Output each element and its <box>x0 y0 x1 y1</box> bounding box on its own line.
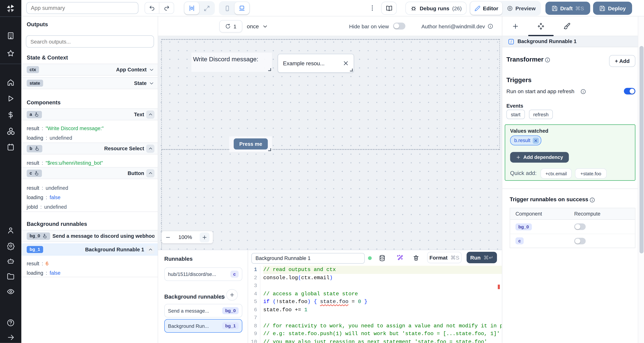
run-on-start-toggle[interactable] <box>624 88 635 94</box>
runnable-item-hub[interactable]: hub/1511/discord/se... c <box>164 268 242 281</box>
chevron-down-icon[interactable] <box>149 80 154 86</box>
output-row-b[interactable]: b Resource Select <box>21 142 158 154</box>
add-transformer-button[interactable]: + Add <box>609 55 635 67</box>
cache-db-icon[interactable] <box>379 254 386 262</box>
chevron-down-icon[interactable] <box>149 67 154 72</box>
deploy-button[interactable]: Deploy <box>593 2 632 15</box>
a-result-value: "Write Discord message:" <box>46 126 104 132</box>
collapse-c-button[interactable] <box>146 169 154 177</box>
redo-button[interactable] <box>159 2 174 14</box>
tab-editor[interactable]: Editor <box>470 2 502 15</box>
c-jobid-value: undefined <box>44 204 67 210</box>
refresh-count-button[interactable]: 1 <box>219 20 242 32</box>
quick-ctx-label: +ctx.email <box>546 171 567 176</box>
event-chip-start[interactable]: start <box>506 110 525 119</box>
event-chip-refresh[interactable]: refresh <box>529 110 553 119</box>
recompute-toggle-c[interactable] <box>574 238 586 244</box>
recompute-toggle-bg0[interactable] <box>574 224 586 230</box>
c-type-label: Button <box>128 170 144 176</box>
resources-hub-icon[interactable] <box>0 127 21 136</box>
zoom-out-icon[interactable] <box>165 234 171 240</box>
workspace-icon[interactable] <box>0 32 21 40</box>
variables-dollar-icon[interactable] <box>0 111 21 119</box>
add-bg-runnable-button[interactable] <box>226 289 238 301</box>
code-editor[interactable]: 12345678910 // read outputs and ctxconso… <box>248 266 502 343</box>
ai-wand-icon[interactable] <box>396 254 404 262</box>
quick-state-label: +state.foo <box>580 171 601 176</box>
info-icon[interactable] <box>488 24 493 29</box>
code-lines[interactable]: // read outputs and ctxconsole.log(ctx.e… <box>260 266 502 343</box>
debug-runs-button[interactable]: Debug runs (26) <box>405 2 466 15</box>
app-canvas[interactable]: Write Discord message: Example resou... … <box>158 36 502 250</box>
app-summary-input[interactable] <box>26 2 138 14</box>
schedules-calendar-icon[interactable] <box>0 143 21 151</box>
desktop-view-button[interactable] <box>234 2 249 14</box>
info-icon[interactable] <box>544 57 550 63</box>
collapse-b-button[interactable] <box>146 144 154 152</box>
search-outputs-input[interactable] <box>26 35 154 48</box>
home-icon[interactable] <box>0 78 21 86</box>
favorites-star-icon[interactable] <box>0 49 21 58</box>
quick-add-state-foo[interactable]: +state.foo <box>575 168 606 179</box>
run-button[interactable]: Run ⌘↵ <box>466 252 497 263</box>
docs-book-button[interactable] <box>381 2 397 15</box>
output-row-bg0[interactable]: bg_0 Send a message to discord using web… <box>21 230 158 242</box>
bg0-badge: bg_0 <box>30 234 40 238</box>
c-component-badge: c <box>516 237 524 244</box>
canvas-text-component[interactable]: Write Discord message: <box>192 52 272 72</box>
press-me-button[interactable]: Press me <box>234 138 268 149</box>
collapse-a-button[interactable] <box>146 110 154 118</box>
canvas-button-component[interactable]: Press me <box>229 136 272 152</box>
workers-robot-icon[interactable] <box>0 257 21 265</box>
resize-handle[interactable] <box>268 148 271 151</box>
tab-preview[interactable]: Preview <box>502 2 540 15</box>
format-button[interactable]: Format ⌘S <box>427 252 462 263</box>
hide-bar-toggle[interactable] <box>393 23 406 30</box>
clear-x-icon[interactable] <box>343 60 349 66</box>
styling-brush-tab[interactable] <box>563 23 570 30</box>
runnable-name-input[interactable] <box>251 253 365 264</box>
undo-button[interactable] <box>145 2 159 14</box>
output-row-c[interactable]: c Button <box>21 167 158 179</box>
canvas-select-component[interactable]: Example resou... <box>278 54 354 73</box>
windmill-logo-icon[interactable] <box>0 3 21 14</box>
settings-gear-icon[interactable] <box>0 242 21 250</box>
center-align-button[interactable] <box>184 2 199 14</box>
collapse-bg1-button[interactable] <box>146 245 154 254</box>
debug-runs-label: Debug runs <box>420 5 449 11</box>
folders-icon[interactable] <box>0 272 21 280</box>
remove-dependency-button[interactable] <box>533 138 539 144</box>
resize-handle[interactable] <box>350 68 353 72</box>
info-icon[interactable] <box>590 197 595 203</box>
component-settings-tab[interactable] <box>537 23 545 30</box>
zoom-in-button[interactable] <box>200 232 210 242</box>
quick-add-ctx-email[interactable]: +ctx.email <box>540 168 572 179</box>
output-row-state[interactable]: state State <box>21 77 158 89</box>
info-icon[interactable] <box>580 89 586 94</box>
collapse-arrow-icon[interactable] <box>0 334 21 341</box>
logs-eye-icon[interactable] <box>0 288 21 296</box>
dependency-chip[interactable]: b.result <box>510 136 542 145</box>
runnable-item-bg1-selected[interactable]: Background Run... bg_1 <box>164 319 242 333</box>
refresh-mode-select[interactable]: once <box>247 20 268 32</box>
resize-handle[interactable] <box>268 68 271 71</box>
draft-button[interactable]: Draft ⌘S <box>546 2 590 15</box>
output-row-bg1[interactable]: bg_1 Background Runnable 1 <box>21 244 158 256</box>
output-row-a[interactable]: a Text <box>21 108 158 120</box>
output-row-ctx[interactable]: ctx App Context <box>21 64 158 76</box>
runnable-item-bg0[interactable]: Send a message... bg_0 <box>164 304 242 318</box>
delete-trash-icon[interactable] <box>413 254 419 261</box>
user-icon[interactable] <box>0 226 21 234</box>
run-on-start-label: Run on start and app refresh <box>506 88 574 94</box>
scrollbar-thumb[interactable] <box>639 46 644 254</box>
mobile-view-button[interactable] <box>220 2 234 14</box>
run-label: Run <box>470 254 480 260</box>
info-icon[interactable] <box>220 295 225 299</box>
expand-button[interactable] <box>199 2 214 14</box>
add-dependency-button[interactable]: Add dependency <box>510 152 569 163</box>
add-component-tab[interactable] <box>512 23 519 30</box>
more-menu-button[interactable] <box>369 4 376 13</box>
help-icon[interactable] <box>0 319 21 327</box>
runs-play-icon[interactable] <box>0 94 21 103</box>
scrollbar-track[interactable] <box>638 16 644 343</box>
